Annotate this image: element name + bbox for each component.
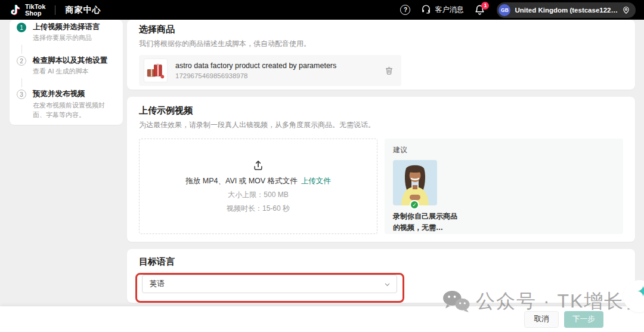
chevron-down-icon [384,281,391,290]
product-name: astro data factory product created by pa… [175,62,376,70]
product-meta: astro data factory product created by pa… [175,62,376,79]
upload-body: 拖放 MP4、AVI 或 MOV 格式文件上传文件 大小上限：500 MB 视频… [139,139,623,234]
next-step-button[interactable]: 下一步 [564,311,603,328]
product-id: 1729675469856938978 [175,72,376,79]
trash-icon [385,66,394,75]
topbar: TikTok Shop 商家中心 ? 客户消息 [0,0,644,20]
check-badge-icon: ✓ [410,200,419,210]
dropzone-formats-text: 拖放 MP4、AVI 或 MOV 格式文件 [185,177,297,185]
notification-badge: 1 [481,2,489,10]
brand-divider [55,5,55,15]
dropzone-size-limit: 大小上限：500 MB [228,190,288,200]
upload-sample-video-section: 上传示例视频 为达最佳效果，请录制一段真人出镜视频，从多角度展示商品。无需说话。… [127,97,635,242]
headset-icon [421,4,431,16]
account-avatar: GB [499,4,510,16]
step-3-title: 预览并发布视频 [33,89,116,99]
customer-messages-button[interactable]: 客户消息 [421,4,463,16]
target-language-title: 目标语言 [139,256,623,268]
location-pin-icon [622,6,630,14]
product-thumbnail [144,59,168,82]
video-dropzone[interactable]: 拖放 MP4、AVI 或 MOV 格式文件上传文件 大小上限：500 MB 视频… [139,139,377,234]
dropzone-instruction: 拖放 MP4、AVI 或 MOV 格式文件上传文件 [185,176,330,186]
brand-logo[interactable]: TikTok Shop 商家中心 [8,4,101,17]
language-selected-value: 英语 [150,279,165,289]
brand-wordmark: TikTok Shop [25,4,45,17]
step-connector [21,78,22,87]
step-1-indicator: 1 [17,23,26,32]
upload-icon [252,159,264,171]
target-language-section: 目标语言 英语 [127,249,635,303]
suggestion-panel: 建议 ✓ 录制你自己展示 [385,139,623,234]
portal-title[interactable]: 商家中心 [65,5,101,16]
selected-product-card: astro data factory product created by pa… [139,55,401,86]
notifications-button[interactable]: 1 [474,4,486,16]
step-item-2[interactable]: 2 检查脚本以及其他设置 查看 AI 生成的脚本 [17,56,116,76]
sparkle-icon: ✦ [637,282,644,301]
select-product-subtitle: 我们将根据你的商品描述生成脚本，供自动配音使用。 [139,39,623,49]
page: TikTok Shop 商家中心 ? 客户消息 [0,0,644,332]
suggestion-example-image [393,160,437,205]
step-1-desc: 选择你要展示的商品 [33,33,116,43]
step-item-1[interactable]: 1 上传视频并选择语言 选择你要展示的商品 [17,22,116,43]
suggestion-caption: 录制你自己展示商品的视频，无需… [393,211,463,233]
suggestion-label: 建议 [393,145,615,155]
step-2-desc: 查看 AI 生成的脚本 [33,67,116,76]
tiktok-note-icon [8,4,20,17]
step-1-title: 上传视频并选择语言 [33,22,116,32]
upload-file-link[interactable]: 上传文件 [301,177,331,185]
delete-product-button[interactable] [383,65,394,76]
select-product-title: 选择商品 [139,24,623,35]
step-3-desc: 在发布视频前设置视频封面、字幕等内容。 [33,101,116,120]
step-3-indicator: 3 [17,90,26,99]
wizard-steps-sidebar: 1 上传视频并选择语言 选择你要展示的商品 2 检查脚本以及其他设置 查看 AI… [10,20,123,125]
main-content: 选择商品 我们将根据你的商品描述生成脚本，供自动配音使用。 astro d [127,20,635,303]
step-2-indicator: 2 [17,56,26,66]
customer-messages-label: 客户消息 [435,5,463,15]
gift-boxes-image [145,60,166,81]
upload-title: 上传示例视频 [139,105,623,116]
upload-subtitle: 为达最佳效果，请录制一段真人出镜视频，从多角度展示商品。无需说话。 [139,120,623,130]
step-item-3[interactable]: 3 预览并发布视频 在发布视频前设置视频封面、字幕等内容。 [17,89,116,119]
step-connector [21,45,22,54]
topbar-actions: ? 客户消息 1 [400,2,636,18]
account-menu[interactable]: GB United Kingdom (testcase122… [497,2,636,18]
account-label: United Kingdom (testcase122… [515,7,618,14]
language-select[interactable]: 英语 [142,275,397,293]
cancel-button[interactable]: 取消 [524,311,559,328]
footer-bar: 取消 下一步 [0,306,644,332]
step-2-title: 检查脚本以及其他设置 [33,56,116,65]
select-product-section: 选择商品 我们将根据你的商品描述生成脚本，供自动配音使用。 astro d [127,20,635,90]
dropzone-duration: 视频时长：15-60 秒 [227,204,290,214]
help-icon[interactable]: ? [400,5,410,15]
